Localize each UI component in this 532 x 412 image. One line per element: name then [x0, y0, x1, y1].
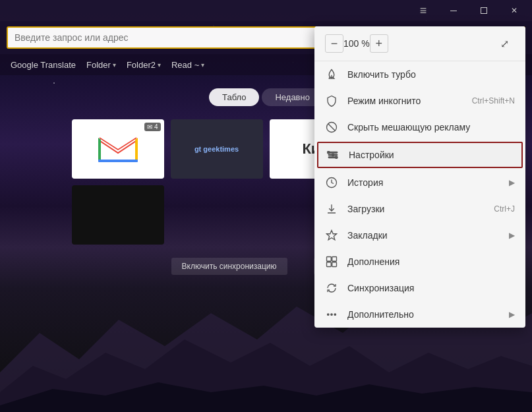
- svg-rect-19: [332, 154, 334, 156]
- svg-point-30: [334, 314, 336, 315]
- menu-item-more[interactable]: Дополнительно ▶: [314, 301, 525, 328]
- sync-icon: [325, 281, 338, 295]
- downloads-shortcut: Ctrl+J: [494, 204, 515, 214]
- extensions-label: Дополнения: [347, 256, 515, 267]
- fullscreen-button[interactable]: ⤢: [494, 34, 515, 53]
- block-icon: [325, 121, 338, 134]
- incognito-shortcut: Ctrl+Shift+N: [472, 96, 515, 105]
- zoom-out-button[interactable]: −: [325, 34, 343, 53]
- geektimes-label: gt geektimes: [194, 145, 239, 153]
- thumbnail-geektimes[interactable]: gt geektimes: [171, 119, 263, 179]
- menu-item-extensions[interactable]: Дополнения: [314, 249, 525, 275]
- svg-rect-4: [481, 8, 487, 14]
- zoom-value: 100 %: [343, 38, 370, 49]
- menu-item-bookmarks[interactable]: Закладки ▶: [314, 222, 525, 249]
- svg-marker-23: [327, 231, 337, 240]
- settings-icon: [326, 148, 340, 162]
- bookmark-folder2[interactable]: Folder2 ▾: [123, 59, 165, 71]
- dropdown-arrow-icon: ▾: [201, 61, 204, 69]
- svg-rect-18: [328, 152, 330, 154]
- zoom-in-button[interactable]: +: [370, 34, 388, 53]
- tab-tabulo[interactable]: Табло: [209, 88, 259, 106]
- bookmark-label: Google Translate: [11, 60, 76, 70]
- shield-icon: [325, 94, 338, 107]
- menu-item-adblock[interactable]: Скрыть мешающую рекламу: [314, 114, 525, 140]
- tab-bar: Табло Недавно: [209, 88, 323, 106]
- bookmark-folder[interactable]: Folder ▾: [82, 59, 120, 71]
- expand-icon: ⤢: [500, 38, 509, 50]
- dropdown-arrow-icon: ▾: [158, 61, 161, 69]
- svg-point-29: [331, 314, 332, 315]
- settings-label: Настройки: [349, 150, 514, 160]
- svg-line-14: [328, 124, 336, 131]
- downloads-label: Загрузки: [347, 204, 485, 214]
- history-label: История: [347, 177, 500, 188]
- submenu-arrow: ▶: [509, 178, 515, 187]
- menu-item-settings[interactable]: Настройки: [317, 142, 523, 168]
- gmail-badge: ✉ 4: [144, 123, 160, 131]
- submenu-arrow: ▶: [509, 231, 515, 240]
- bookmark-label: Folder2: [127, 60, 156, 70]
- svg-rect-11: [98, 160, 138, 162]
- thumbnail-gmail[interactable]: ✉ 4: [72, 119, 164, 179]
- rocket-icon: [325, 68, 338, 81]
- svg-rect-8: [98, 138, 101, 161]
- bookmarks-label: Закладки: [347, 230, 500, 241]
- title-bar: ≡ ✕: [0, 0, 532, 21]
- svg-rect-9: [135, 138, 138, 161]
- svg-rect-20: [336, 156, 338, 158]
- sync-button[interactable]: Включить синхронизацию: [171, 258, 287, 275]
- hamburger-button[interactable]: ≡: [408, 0, 438, 21]
- menu-item-turbo[interactable]: Включить турбо: [314, 61, 525, 88]
- menu-item-sync[interactable]: Синхронизация: [314, 275, 525, 301]
- bookmark-read[interactable]: Read ~ ▾: [167, 59, 208, 71]
- menu-item-incognito[interactable]: Режим инкогнито Ctrl+Shift+N: [314, 88, 525, 114]
- svg-rect-27: [332, 262, 337, 267]
- menu-item-history[interactable]: История ▶: [314, 169, 525, 196]
- thumbnail-dark[interactable]: [72, 185, 164, 245]
- extensions-icon: [325, 255, 338, 268]
- download-icon: [325, 202, 338, 216]
- turbo-label: Включить турбо: [347, 69, 515, 80]
- bookmark-label: Read ~: [171, 60, 199, 70]
- close-button[interactable]: ✕: [499, 0, 529, 21]
- sync-label: Синхронизация: [347, 283, 515, 293]
- svg-point-28: [328, 314, 329, 315]
- menu-item-downloads[interactable]: Загрузки Ctrl+J: [314, 196, 525, 222]
- svg-rect-3: [450, 11, 457, 11]
- svg-rect-26: [327, 262, 332, 267]
- history-icon: [325, 176, 338, 189]
- minimize-button[interactable]: [438, 0, 469, 21]
- incognito-label: Режим инкогнито: [347, 96, 463, 106]
- bookmark-google-translate[interactable]: Google Translate: [7, 59, 80, 71]
- more-label: Дополнительно: [347, 309, 500, 320]
- submenu-arrow: ▶: [509, 310, 515, 319]
- maximize-button[interactable]: [469, 0, 499, 21]
- zoom-controls: − 100 % + ⤢: [314, 26, 525, 61]
- gmail-logo: [98, 134, 138, 164]
- adblock-label: Скрыть мешающую рекламу: [347, 122, 515, 132]
- dropdown-arrow-icon: ▾: [113, 61, 116, 69]
- svg-rect-25: [332, 257, 337, 262]
- bookmark-label: Folder: [86, 60, 111, 70]
- svg-rect-24: [327, 257, 332, 262]
- star-icon: [325, 229, 338, 242]
- dropdown-menu: − 100 % + ⤢ Включить турбо Режим инкогни…: [314, 26, 525, 328]
- more-icon: [325, 308, 338, 321]
